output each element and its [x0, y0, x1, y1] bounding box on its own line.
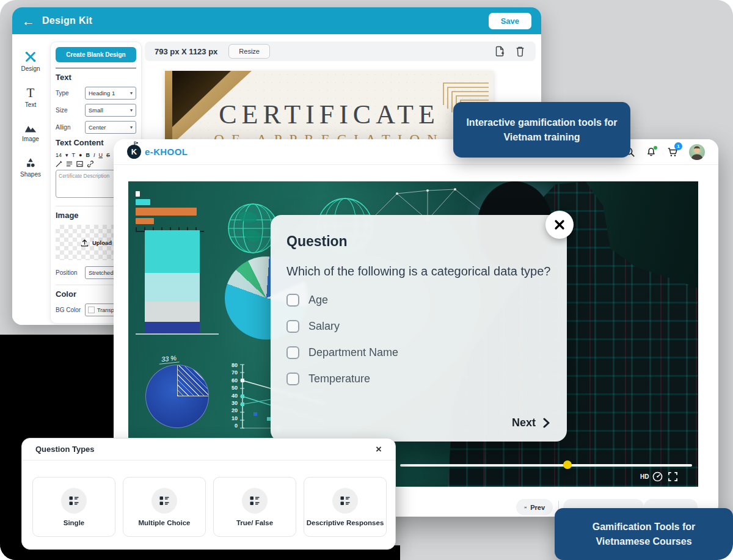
ekhool-logo[interactable]: K e-KHOOL	[127, 145, 188, 159]
callout-gamification-vietnam-training: Interactive gamification tools for Vietn…	[453, 102, 630, 158]
align-row: Allign Center ▾	[56, 121, 136, 134]
question-type-multiple-choice[interactable]: Multiple Choice	[123, 477, 206, 537]
checkbox[interactable]	[286, 373, 299, 385]
option-row-salary[interactable]: Salary	[286, 320, 551, 333]
hd-quality-label[interactable]: HD	[640, 473, 649, 480]
option-row-temperature[interactable]: Temperature	[286, 373, 551, 385]
question-type-label: Descriptive Responses	[307, 519, 384, 526]
text-style-button[interactable]: T	[72, 152, 76, 158]
column-baseline	[136, 333, 219, 335]
size-row: Size Small ▾	[56, 104, 136, 117]
link-icon[interactable]	[87, 161, 94, 167]
notification-dot	[654, 146, 657, 150]
chevron-down-icon: ▾	[130, 125, 133, 130]
question-types-title: Question Types	[35, 445, 95, 454]
skip-previous-icon	[524, 504, 527, 511]
shapes-icon	[24, 157, 37, 169]
close-modal-button[interactable]	[545, 211, 574, 239]
next-button[interactable]: Next	[512, 416, 550, 429]
video-bar-chart	[136, 191, 204, 232]
question-type-label: True/ False	[236, 519, 273, 526]
save-button[interactable]: Save	[489, 13, 531, 29]
video-quarter-pie-chart	[145, 365, 209, 428]
sidebar-item-text[interactable]: T Text	[25, 87, 36, 108]
design-kit-sidebar: Design T Text Image Shapes	[12, 34, 49, 325]
cart-icon[interactable]: 1	[667, 147, 679, 158]
size-value: Small	[89, 107, 103, 114]
sidebar-item-label: Image	[22, 136, 39, 142]
sidebar-item-shapes[interactable]: Shapes	[20, 157, 41, 178]
question-type-descriptive[interactable]: Descriptive Responses	[304, 477, 387, 537]
callout-text: Interactive gamification tools for Vietn…	[464, 115, 619, 145]
align-label: Allign	[56, 124, 70, 131]
callout-text: Gamification Tools for Vietnamese Course…	[566, 520, 722, 549]
question-type-single[interactable]: Single	[32, 477, 115, 537]
position-label: Position	[56, 269, 78, 276]
size-select[interactable]: Small ▾	[85, 104, 136, 117]
question-modal-title: Question	[286, 233, 551, 250]
resize-button[interactable]: Resize	[228, 44, 270, 59]
certificate-title: CERTIFICATE	[165, 99, 494, 130]
design-tools-icon	[24, 50, 37, 64]
trash-icon[interactable]	[514, 45, 526, 57]
notifications-bell-icon[interactable]	[646, 147, 657, 158]
sidebar-item-image[interactable]: Image	[22, 123, 39, 142]
list-icon[interactable]	[66, 161, 73, 167]
checklist-icon	[332, 488, 358, 514]
type-label: Type	[56, 90, 69, 96]
add-page-icon[interactable]	[494, 45, 506, 57]
create-blank-design-button[interactable]: Create Blank Design	[56, 47, 136, 62]
strikethrough-button[interactable]: S	[106, 152, 110, 158]
prev-label: Prev	[530, 504, 545, 511]
video-progress-handle[interactable]	[563, 460, 572, 469]
image-mountains-icon	[24, 123, 37, 134]
canvas-dimensions: 793 px X 1123 px	[155, 47, 217, 56]
italic-button[interactable]: I	[93, 152, 95, 158]
underline-button[interactable]: U	[99, 152, 103, 158]
prev-button[interactable]: Prev	[516, 499, 553, 515]
text-section-heading: Text	[56, 73, 136, 82]
next-label: Next	[512, 416, 536, 429]
checkbox[interactable]	[286, 294, 299, 307]
ekhool-logo-text: e-KHOOL	[145, 147, 188, 157]
line-chart-y-axis: 807060 504030 20100	[223, 363, 238, 429]
type-row: Type Heading 1 ▾	[56, 87, 136, 100]
option-label: Age	[308, 294, 328, 307]
playback-speed-icon[interactable]	[652, 471, 663, 482]
upload-label: Upload	[92, 239, 112, 246]
image-insert-icon[interactable]	[76, 161, 83, 167]
option-row-age[interactable]: Age	[286, 294, 551, 307]
option-row-department-name[interactable]: Department Name	[286, 346, 551, 359]
sidebar-item-design[interactable]: Design	[21, 50, 40, 72]
upload-icon	[80, 238, 89, 247]
back-arrow-icon[interactable]: ←	[22, 15, 35, 27]
callout-gamification-vietnamese-courses: Gamification Tools for Vietnamese Course…	[555, 508, 733, 560]
sidebar-item-label: Text	[25, 101, 36, 108]
cart-count-badge: 1	[674, 142, 682, 150]
checkbox[interactable]	[286, 346, 299, 359]
fullscreen-icon[interactable]	[668, 472, 677, 481]
pen-icon[interactable]	[56, 161, 62, 167]
font-size-value[interactable]: 14	[56, 152, 62, 158]
transparent-swatch-icon	[88, 307, 95, 313]
pie-percentage-label: 33 %	[158, 354, 179, 364]
sidebar-item-label: Shapes	[20, 171, 41, 178]
user-avatar[interactable]	[689, 144, 705, 160]
question-type-label: Multiple Choice	[139, 519, 191, 526]
video-progress-bar[interactable]	[400, 464, 692, 467]
checkbox[interactable]	[286, 320, 299, 333]
checklist-icon	[151, 488, 177, 514]
align-select[interactable]: Center ▾	[85, 121, 136, 134]
checklist-icon	[61, 488, 87, 514]
type-select[interactable]: Heading 1 ▾	[85, 87, 136, 100]
type-value: Heading 1	[89, 90, 115, 96]
question-type-true-false[interactable]: True/ False	[213, 477, 296, 537]
close-icon[interactable]: ×	[376, 444, 382, 454]
bold-button[interactable]: B	[86, 152, 90, 158]
bg-color-label: BG Color	[56, 307, 81, 313]
option-label: Salary	[308, 320, 340, 333]
color-dot-icon[interactable]: ●	[79, 152, 82, 158]
question-types-header: Question Types ×	[22, 438, 395, 460]
text-icon: T	[27, 87, 35, 100]
chevron-down-icon: ▾	[65, 152, 68, 158]
